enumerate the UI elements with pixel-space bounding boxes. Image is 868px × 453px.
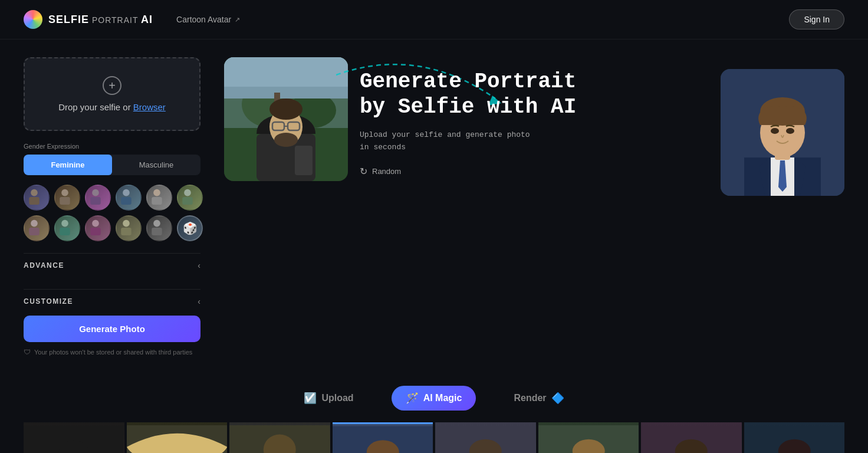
svg-rect-27 — [224, 57, 348, 87]
svg-point-20 — [153, 220, 160, 227]
hero-title: Generate Portrait by Selfie with AI — [360, 69, 576, 120]
gender-label: Gender Expression — [24, 143, 200, 150]
plus-icon: + — [103, 76, 121, 95]
avatar-item[interactable] — [24, 215, 50, 241]
svg-rect-13 — [29, 228, 39, 235]
avatar-item[interactable] — [85, 215, 111, 241]
avatar-item[interactable] — [85, 185, 111, 211]
logo[interactable]: SELFIE PORTRAIT AI — [24, 10, 153, 29]
logo-icon — [24, 10, 42, 29]
avatar-3d-icon[interactable]: 🎲 — [177, 215, 203, 241]
svg-point-35 — [274, 133, 298, 147]
svg-point-12 — [31, 220, 38, 227]
customize-chevron-icon: ‹ — [198, 297, 200, 306]
photo-gallery — [24, 422, 844, 453]
customize-label: CUSTOMIZE — [24, 297, 73, 306]
selfie-photo — [224, 57, 348, 181]
svg-point-18 — [123, 220, 130, 227]
svg-rect-11 — [182, 197, 192, 205]
upload-icon: ☑️ — [304, 392, 317, 405]
avatar-item[interactable] — [177, 185, 203, 211]
avatar-item[interactable] — [146, 215, 172, 241]
svg-point-6 — [123, 189, 130, 196]
svg-rect-7 — [121, 197, 131, 205]
svg-rect-5 — [90, 197, 100, 205]
bottom-section: ☑️ Upload 🪄 AI Magic Render 🔷 — [0, 374, 868, 453]
cartoon-avatar-link[interactable]: Cartoon Avatar ↗ — [176, 15, 240, 24]
gallery-item[interactable] — [333, 422, 433, 453]
tab-render[interactable]: Render 🔷 — [499, 386, 578, 411]
avatar-item[interactable] — [116, 215, 142, 241]
upload-text: Drop your selfie or Browser — [58, 102, 166, 112]
hero-area: Generate Portrait by Selfie with AI Uplo… — [224, 57, 844, 356]
result-preview — [721, 69, 844, 196]
gender-feminine-button[interactable]: Feminine — [24, 155, 112, 175]
svg-rect-19 — [121, 228, 131, 235]
svg-rect-36 — [295, 146, 313, 175]
svg-point-45 — [771, 128, 779, 134]
generate-photo-button[interactable]: Generate Photo — [24, 316, 200, 342]
svg-point-16 — [92, 220, 99, 227]
svg-rect-9 — [152, 197, 162, 205]
tab-ai-magic[interactable]: 🪄 AI Magic — [392, 386, 476, 411]
gallery-item[interactable] — [229, 422, 330, 453]
logo-selfie: SELFIE — [48, 14, 89, 25]
shield-icon: 🛡 — [24, 348, 31, 356]
gallery-item[interactable] — [24, 422, 124, 453]
advance-label: ADVANCE — [24, 261, 64, 270]
svg-rect-17 — [90, 228, 100, 235]
avatar-item[interactable] — [54, 185, 80, 211]
svg-point-34 — [269, 99, 303, 120]
gallery-item[interactable] — [435, 422, 536, 453]
left-panel: + Drop your selfie or Browser Gender Exp… — [24, 57, 200, 356]
upload-zone[interactable]: + Drop your selfie or Browser — [24, 57, 200, 131]
svg-rect-1 — [29, 197, 39, 205]
gender-toggle: Feminine Masculine — [24, 155, 200, 175]
logo-text: SELFIE PORTRAIT AI — [48, 14, 153, 26]
render-icon: 🔷 — [551, 392, 564, 405]
svg-rect-3 — [60, 197, 70, 205]
gallery-item[interactable] — [641, 422, 742, 453]
result-photo — [721, 69, 844, 196]
browser-link[interactable]: Browser — [133, 102, 166, 112]
avatar-item[interactable] — [116, 185, 142, 211]
logo-ai: AI — [141, 14, 153, 25]
avatar-item[interactable] — [24, 185, 50, 211]
svg-point-10 — [184, 189, 191, 196]
logo-portrait: PORTRAIT — [89, 15, 141, 25]
svg-point-0 — [31, 189, 38, 196]
svg-rect-21 — [152, 228, 162, 235]
avatar-item[interactable] — [54, 215, 80, 241]
gallery-item[interactable] — [127, 422, 228, 453]
tab-row: ☑️ Upload 🪄 AI Magic Render 🔷 — [24, 386, 844, 411]
tab-upload[interactable]: ☑️ Upload — [290, 386, 367, 411]
svg-rect-15 — [60, 228, 70, 235]
avatar-item[interactable] — [146, 185, 172, 211]
sign-in-button[interactable]: Sign In — [789, 9, 844, 29]
svg-point-4 — [92, 189, 99, 196]
svg-point-46 — [786, 128, 794, 134]
gallery-item[interactable] — [744, 422, 845, 453]
svg-point-8 — [153, 189, 160, 196]
gender-section: Gender Expression Feminine Masculine — [24, 143, 200, 175]
avatar-grid: 🎲 — [24, 185, 200, 241]
selfie-preview — [224, 57, 348, 181]
random-button[interactable]: ↻ Random — [360, 166, 401, 177]
magic-icon: 🪄 — [406, 392, 419, 405]
svg-point-14 — [61, 220, 68, 227]
advance-section[interactable]: ADVANCE ‹ — [24, 253, 200, 277]
customize-section[interactable]: CUSTOMIZE ‹ — [24, 289, 200, 313]
gallery-item[interactable] — [538, 422, 639, 453]
external-link-icon: ↗ — [235, 16, 240, 24]
svg-point-2 — [61, 189, 68, 196]
hero-subtitle: Upload your selfie and generate photoin … — [360, 129, 576, 154]
gender-masculine-button[interactable]: Masculine — [112, 155, 200, 175]
privacy-note: 🛡 Your photos won't be stored or shared … — [24, 348, 200, 356]
refresh-icon: ↻ — [360, 166, 367, 177]
advance-chevron-icon: ‹ — [198, 261, 200, 270]
